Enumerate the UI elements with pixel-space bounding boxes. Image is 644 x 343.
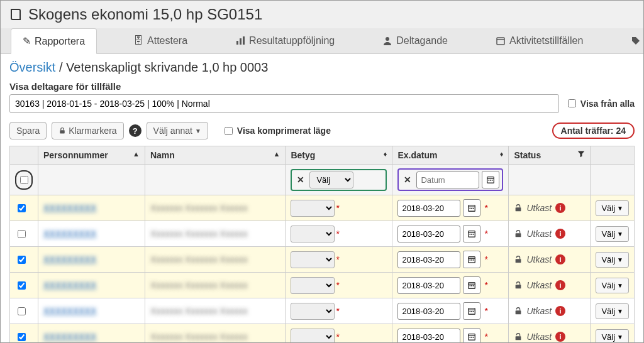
row-action-button[interactable]: Välj ▼: [596, 303, 629, 319]
info-icon[interactable]: i: [555, 280, 565, 290]
tab-rapportera[interactable]: ✎ Rapportera: [11, 28, 97, 54]
svg-point-3: [386, 37, 389, 41]
date-input[interactable]: [397, 277, 460, 294]
row-action-button[interactable]: Välj ▼: [596, 252, 629, 268]
tab-resu[interactable]: Resu: [619, 28, 644, 53]
klarmarkera-label: Klarmarkera: [69, 126, 116, 136]
personnummer-link[interactable]: XXXXXXXXX: [43, 306, 96, 316]
calendar-picker-button[interactable]: [463, 276, 480, 294]
row-checkbox[interactable]: [18, 333, 26, 341]
page-title: Skogens ekonomi 15,0 hp SG0151: [28, 6, 262, 23]
grade-select[interactable]: [291, 303, 335, 320]
row-action-button[interactable]: Välj ▼: [596, 226, 629, 242]
calendar-picker-button[interactable]: [463, 328, 480, 343]
help-icon[interactable]: ?: [129, 124, 142, 137]
row-checkbox[interactable]: [18, 307, 26, 315]
date-input[interactable]: [397, 226, 460, 242]
info-icon[interactable]: i: [555, 332, 565, 342]
clear-grade-icon[interactable]: ✕: [294, 175, 307, 185]
calendar-picker-button[interactable]: [463, 302, 480, 320]
svg-rect-11: [492, 180, 493, 181]
visa-fran-alla[interactable]: Visa från alla: [565, 97, 635, 109]
book-icon: [8, 7, 23, 22]
unlock-icon: [514, 204, 523, 212]
calendar-picker-button[interactable]: [463, 199, 480, 217]
grade-select[interactable]: [291, 277, 335, 294]
svg-rect-20: [470, 234, 471, 235]
col-personnummer-header[interactable]: Personnummer ▲: [38, 146, 145, 165]
personnummer-link[interactable]: XXXXXXXXX: [43, 229, 96, 239]
tab-bar: ✎ Rapportera 🗄 Attestera Resultatuppfölj…: [1, 28, 643, 54]
caret-down-icon: ▼: [617, 334, 623, 340]
tab-deltagande[interactable]: Deltagande: [371, 28, 459, 53]
svg-rect-46: [473, 337, 474, 338]
name-cell: Xxxxxxx Xxxxxxx Xxxxxx: [150, 306, 248, 316]
personnummer-link[interactable]: XXXXXXXXX: [43, 332, 96, 342]
select-all-checkbox[interactable]: [20, 176, 28, 184]
komprimerat-toggle[interactable]: Visa komprimerat läge: [222, 125, 331, 137]
required-icon: *: [336, 280, 339, 290]
spara-button[interactable]: Spara: [9, 122, 47, 139]
date-input[interactable]: [397, 303, 460, 320]
calendar-picker-button[interactable]: [463, 225, 480, 242]
tab-resultatuppfoljning[interactable]: Resultatuppföljning: [224, 28, 346, 53]
calendar-picker-button[interactable]: [482, 171, 499, 188]
row-checkbox[interactable]: [18, 230, 26, 238]
unlock-icon: [514, 332, 523, 341]
unlock-icon: [514, 281, 523, 290]
table-row: XXXXXXXXXXxxxxxx Xxxxxxx Xxxxxx**Utkasti…: [10, 221, 635, 247]
date-input[interactable]: [397, 329, 460, 344]
personnummer-link[interactable]: XXXXXXXXX: [43, 203, 96, 213]
info-icon[interactable]: i: [555, 229, 565, 239]
lock-icon: [58, 127, 66, 134]
svg-rect-26: [470, 259, 471, 261]
row-checkbox[interactable]: [18, 204, 26, 212]
svg-rect-27: [472, 259, 473, 261]
tag-icon: [631, 36, 641, 46]
col-exdatum-header[interactable]: Ex.datum ♦: [392, 146, 509, 165]
info-icon[interactable]: i: [555, 254, 565, 264]
row-checkbox[interactable]: [18, 256, 26, 264]
info-icon[interactable]: i: [555, 203, 565, 213]
sort-asc-icon: ▲: [133, 150, 140, 158]
klarmarkera-button[interactable]: Klarmarkera: [52, 122, 123, 139]
col-namn-header[interactable]: Namn ▲: [145, 146, 286, 165]
status-text: Utkast: [526, 254, 552, 264]
personnummer-link[interactable]: XXXXXXXXX: [43, 254, 96, 264]
breadcrumb-overview[interactable]: Översikt: [9, 60, 55, 74]
required-icon: *: [336, 203, 339, 213]
tab-aktivitetstillfallen[interactable]: Aktivitetstillfällen: [484, 28, 594, 53]
row-action-button[interactable]: Välj ▼: [596, 329, 629, 344]
occasion-select[interactable]: [9, 94, 559, 113]
komprimerat-checkbox[interactable]: [225, 127, 233, 135]
table-row: XXXXXXXXXXxxxxxx Xxxxxxx Xxxxxx**Utkasti…: [10, 195, 635, 221]
calendar-picker-button[interactable]: [463, 251, 480, 268]
row-action-button[interactable]: Välj ▼: [596, 278, 629, 293]
visa-fran-alla-checkbox[interactable]: [568, 99, 576, 107]
row-action-button[interactable]: Välj ▼: [596, 200, 629, 216]
grade-filter-select[interactable]: Välj: [309, 172, 353, 188]
grade-select[interactable]: [291, 226, 335, 242]
info-icon[interactable]: i: [555, 306, 565, 316]
grade-select[interactable]: [291, 329, 335, 344]
clear-date-icon[interactable]: ✕: [401, 175, 414, 185]
caret-down-icon: ▼: [617, 308, 623, 315]
result-count-badge: Antal träffar: 24: [552, 122, 635, 139]
personnummer-link[interactable]: XXXXXXXXX: [43, 280, 96, 290]
required-icon: *: [484, 203, 487, 213]
col-betyg-header[interactable]: Betyg ♦: [286, 146, 392, 165]
row-checkbox[interactable]: [18, 281, 26, 290]
svg-rect-40: [473, 311, 474, 312]
date-filter-input[interactable]: [416, 172, 479, 188]
svg-rect-47: [516, 336, 521, 340]
date-input[interactable]: [397, 200, 460, 217]
tab-attestera[interactable]: 🗄 Attestera: [122, 28, 199, 53]
grade-select[interactable]: [291, 200, 335, 217]
col-status-header[interactable]: Status: [509, 146, 591, 165]
date-input[interactable]: [397, 251, 460, 268]
grade-select[interactable]: [291, 251, 335, 268]
valj-annat-button[interactable]: Välj annat ▼: [147, 122, 208, 139]
svg-rect-41: [516, 310, 521, 314]
required-icon: *: [336, 332, 339, 342]
name-cell: Xxxxxxx Xxxxxxx Xxxxxx: [150, 280, 248, 290]
